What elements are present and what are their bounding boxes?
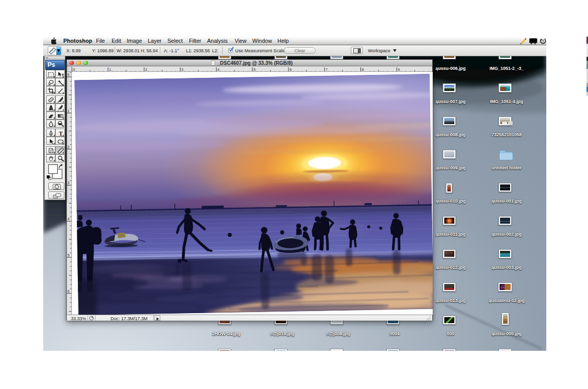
svg-text:0: 0 [67, 73, 69, 76]
svg-text:7: 7 [326, 68, 328, 71]
svg-text:4: 4 [67, 217, 69, 221]
svg-text:1: 1 [109, 68, 111, 71]
svg-text:5: 5 [253, 68, 255, 71]
svg-text:5: 5 [67, 253, 69, 257]
svg-text:4: 4 [217, 68, 219, 71]
svg-text:0: 0 [73, 68, 75, 71]
svg-text:2: 2 [145, 68, 147, 71]
svg-text:3: 3 [67, 181, 69, 184]
svg-text:6: 6 [289, 68, 291, 71]
svg-text:8: 8 [361, 68, 363, 71]
svg-text:1: 1 [67, 109, 69, 113]
svg-text:2: 2 [67, 145, 69, 149]
svg-text:3: 3 [181, 68, 183, 71]
svg-text:6: 6 [67, 289, 69, 293]
svg-text:9: 9 [398, 68, 400, 71]
